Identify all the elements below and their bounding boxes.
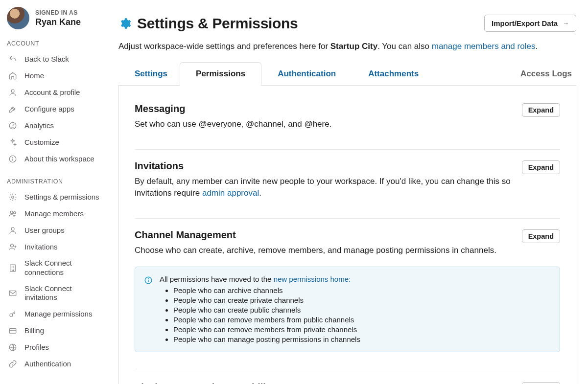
info-icon (144, 276, 153, 285)
nav-label: Configure apps (24, 105, 102, 114)
subtitle: Adjust workspace-wide settings and prefe… (118, 42, 576, 51)
section-title: Channel Management (135, 229, 512, 241)
card-icon (8, 326, 18, 336)
sidebar-item-home[interactable]: Home (7, 68, 103, 84)
permissions-panel: Messaging Set who can use @everyone, @ch… (118, 86, 576, 384)
import-export-button[interactable]: Import/Export Data → (484, 15, 576, 32)
gear-icon (8, 192, 18, 202)
gear-icon (118, 17, 131, 30)
sidebar-item-slack-connect-connections[interactable]: Slack Connect connections (7, 255, 103, 281)
info-bullet: People who can remove members from publi… (173, 316, 360, 324)
new-permissions-home-link[interactable]: new permissions home: (274, 275, 351, 283)
sidebar-item-settings-permissions[interactable]: Settings & permissions (7, 189, 103, 205)
sidebar-item-account-profile[interactable]: Account & profile (7, 84, 103, 101)
sidebar-item-analytics[interactable]: Analytics (7, 117, 103, 134)
nav-label: Home (24, 71, 102, 81)
tab-settings[interactable]: Settings (128, 62, 180, 85)
section-channel-management: Channel Management Choose who can create… (135, 229, 560, 362)
sidebar-item-billing[interactable]: Billing (7, 322, 103, 339)
nav-label: Account & profile (24, 88, 102, 97)
sidebar-item-manage-permissions[interactable]: Manage permissions (7, 306, 103, 322)
tab-access-logs[interactable]: Access Logs (504, 62, 576, 85)
section-desc: By default, any member can invite new pe… (135, 176, 512, 200)
tab-attachments[interactable]: Attachments (352, 62, 435, 85)
section-messaging: Messaging Set who can use @everyone, @ch… (135, 103, 560, 140)
sidebar-item-authentication[interactable]: Authentication (7, 356, 103, 372)
avatar (7, 7, 29, 29)
people-icon (8, 209, 18, 219)
expand-button[interactable]: Expand (522, 160, 560, 174)
person-plus-icon (8, 242, 18, 252)
info-bullet: People who can create public channels (173, 306, 360, 314)
sidebar-item-profiles[interactable]: Profiles (7, 339, 103, 356)
section-slack-connect-discoverability: Slack Connect Discoverability Expand (135, 382, 560, 384)
nav-label: Slack Connect connections (24, 259, 102, 277)
sidebar-item-user-groups[interactable]: User groups (7, 222, 103, 239)
account-section-label: ACCOUNT (7, 40, 103, 47)
arrow-right-icon: → (563, 20, 569, 27)
sidebar-item-back-to-slack[interactable]: Back to Slack (7, 51, 103, 68)
section-title: Invitations (135, 160, 512, 172)
nav-label: Slack Connect invitations (24, 284, 102, 303)
svg-point-12 (10, 314, 13, 316)
reply-icon (8, 54, 18, 64)
manage-members-link[interactable]: manage members and roles (432, 42, 536, 51)
person-icon (8, 226, 18, 235)
svg-point-0 (11, 90, 14, 92)
svg-rect-13 (9, 329, 16, 334)
svg-rect-11 (9, 291, 16, 296)
section-desc: Set who can use @everyone, @channel, and… (135, 118, 331, 131)
svg-point-5 (12, 196, 14, 199)
info-bullet: People who can archive channels (173, 286, 360, 294)
nav-label: About this workspace (24, 155, 102, 164)
signed-in-label: SIGNED IN AS (35, 9, 81, 16)
expand-button[interactable]: Expand (522, 229, 560, 243)
tabs: Settings Permissions Authentication Atta… (118, 62, 576, 86)
envelope-icon (8, 288, 18, 298)
svg-point-6 (10, 211, 13, 213)
section-title: Messaging (135, 103, 331, 114)
username: Ryan Kane (35, 17, 81, 27)
admin-section-label: ADMINISTRATION (7, 178, 103, 185)
person-icon (8, 88, 18, 97)
nav-label: Profiles (24, 343, 102, 352)
sidebar-item-customize[interactable]: Customize (7, 134, 103, 151)
expand-button[interactable]: Expand (522, 382, 560, 384)
nav-label: Customize (24, 138, 102, 147)
globe-icon (8, 342, 18, 352)
sidebar-item-about-this-workspace[interactable]: About this workspace (7, 151, 103, 167)
nav-label: Manage permissions (24, 310, 102, 319)
nav-label: Settings & permissions (24, 193, 102, 202)
nav-label: Manage members (24, 209, 102, 219)
sidebar-item-manage-members[interactable]: Manage members (7, 205, 103, 222)
svg-point-18 (148, 278, 149, 279)
nav-label: Invitations (24, 243, 102, 252)
nav-label: Back to Slack (24, 55, 102, 64)
user-block: SIGNED IN AS Ryan Kane (7, 7, 103, 29)
nav-label: User groups (24, 226, 102, 235)
info-bullet: People who can remove members from priva… (173, 325, 360, 334)
info-icon (8, 154, 18, 164)
section-desc: Choose who can create, archive, remove m… (135, 245, 512, 257)
info-callout: All permissions have moved to the new pe… (135, 267, 560, 352)
tab-permissions[interactable]: Permissions (180, 62, 261, 86)
building-icon (8, 263, 18, 273)
nav-label: Billing (24, 326, 102, 336)
info-bullet: People who can create private channels (173, 296, 360, 304)
svg-point-7 (14, 212, 16, 214)
home-icon (8, 71, 18, 81)
sidebar-item-invitations[interactable]: Invitations (7, 239, 103, 255)
svg-point-4 (13, 157, 13, 158)
main-content: Settings & Permissions Import/Export Dat… (108, 0, 588, 384)
sidebar-item-configure-apps[interactable]: Configure apps (7, 101, 103, 117)
section-title: Slack Connect Discoverability (135, 382, 275, 384)
nav-label: Analytics (24, 121, 102, 131)
section-invitations: Invitations By default, any member can i… (135, 160, 560, 209)
page-title: Settings & Permissions (137, 15, 298, 32)
sparkle-icon (8, 137, 18, 147)
sidebar-item-slack-connect-invitations[interactable]: Slack Connect invitations (7, 281, 103, 306)
expand-button[interactable]: Expand (522, 103, 560, 117)
tab-authentication[interactable]: Authentication (261, 62, 352, 85)
key-icon (8, 309, 18, 319)
admin-approval-link[interactable]: admin approval (202, 188, 259, 198)
